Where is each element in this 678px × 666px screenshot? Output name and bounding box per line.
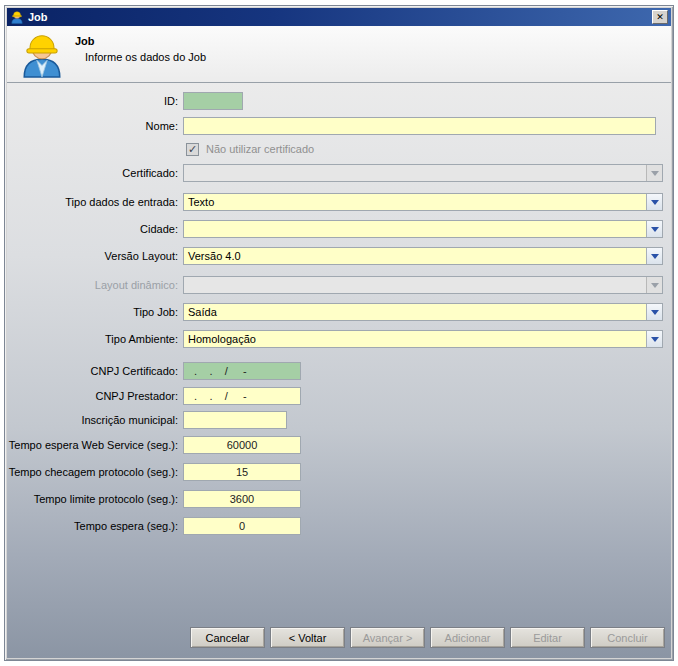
tempo-espera-input[interactable] xyxy=(183,517,301,535)
header-title: Job xyxy=(75,35,95,47)
layout-dinamico-combobox xyxy=(183,276,663,294)
field-cnpj-prestador: CNPJ Prestador: xyxy=(7,387,671,405)
tipo-dados-entrada-value: Texto xyxy=(184,194,646,210)
form-panel: ID: Nome: ✓ Não utilizar certificado Cer… xyxy=(7,83,671,658)
tipo-job-value: Saída xyxy=(184,304,646,320)
editar-button: Editar xyxy=(510,627,585,648)
tempo-limite-protocolo-input[interactable] xyxy=(183,490,301,508)
close-icon: ✕ xyxy=(656,12,664,22)
cnpj-certificado-label: CNPJ Certificado: xyxy=(7,362,178,380)
field-inscricao-municipal: Inscrição municipal: xyxy=(7,411,671,429)
window-title: Job xyxy=(28,11,652,23)
tempo-espera-web-service-input[interactable] xyxy=(183,436,301,454)
nao-utilizar-certificado-label: Não utilizar certificado xyxy=(206,142,314,157)
inscricao-municipal-label: Inscrição municipal: xyxy=(7,411,178,429)
certificado-combobox xyxy=(183,164,663,182)
page: Job ✕ Job Informe os dados do Job ID: xyxy=(0,0,678,666)
field-nome: Nome: xyxy=(7,117,671,135)
layout-dinamico-label: Layout dinâmico: xyxy=(7,276,178,294)
avancar-button: Avançar > xyxy=(350,627,425,648)
cidade-value xyxy=(184,221,646,237)
cancelar-button[interactable]: Cancelar xyxy=(190,627,265,648)
tempo-limite-protocolo-label: Tempo limite protocolo (seg.): xyxy=(7,490,178,508)
button-bar: Cancelar < Voltar Avançar > Adicionar Ed… xyxy=(190,627,665,648)
nome-label: Nome: xyxy=(7,117,178,135)
field-tempo-checagem-protocolo: Tempo checagem protocolo (seg.): xyxy=(7,463,671,481)
inscricao-municipal-input[interactable] xyxy=(183,411,287,429)
tipo-ambiente-combobox[interactable]: Homologação xyxy=(183,330,663,348)
header: Job Informe os dados do Job xyxy=(7,26,671,83)
check-icon: ✓ xyxy=(188,144,197,155)
voltar-button[interactable]: < Voltar xyxy=(270,627,345,648)
cidade-label: Cidade: xyxy=(7,220,178,238)
cnpj-prestador-label: CNPJ Prestador: xyxy=(7,387,178,405)
field-tipo-job: Tipo Job: Saída xyxy=(7,303,671,321)
versao-layout-value: Versão 4.0 xyxy=(184,248,646,264)
field-cnpj-certificado: CNPJ Certificado: xyxy=(7,362,671,380)
field-certificado: Certificado: xyxy=(7,164,671,182)
tempo-espera-web-service-label: Tempo espera Web Service (seg.): xyxy=(7,436,178,454)
field-versao-layout: Versão Layout: Versão 4.0 xyxy=(7,247,671,265)
tempo-checagem-protocolo-input[interactable] xyxy=(183,463,301,481)
chevron-down-icon[interactable] xyxy=(646,331,662,347)
chevron-down-icon[interactable] xyxy=(646,221,662,237)
concluir-button: Concluir xyxy=(590,627,665,648)
versao-layout-label: Versão Layout: xyxy=(7,247,178,265)
chevron-down-icon[interactable] xyxy=(646,248,662,264)
titlebar[interactable]: Job ✕ xyxy=(7,8,671,26)
tempo-checagem-protocolo-label: Tempo checagem protocolo (seg.): xyxy=(7,463,178,481)
tempo-espera-label: Tempo espera (seg.): xyxy=(7,517,178,535)
field-id: ID: xyxy=(7,92,671,110)
cnpj-prestador-input[interactable] xyxy=(183,387,301,405)
tipo-ambiente-value: Homologação xyxy=(184,331,646,347)
chevron-down-icon[interactable] xyxy=(646,304,662,320)
tipo-dados-entrada-label: Tipo dados de entrada: xyxy=(7,193,178,211)
job-dialog: Job ✕ Job Informe os dados do Job ID: xyxy=(4,5,674,661)
nao-utilizar-certificado-checkbox: ✓ xyxy=(186,143,199,156)
id-label: ID: xyxy=(7,92,178,110)
chevron-down-icon xyxy=(646,165,662,181)
field-tempo-espera: Tempo espera (seg.): xyxy=(7,517,671,535)
cidade-combobox[interactable] xyxy=(183,220,663,238)
nome-input[interactable] xyxy=(183,117,656,135)
tipo-ambiente-label: Tipo Ambiente: xyxy=(7,330,178,348)
layout-dinamico-value xyxy=(184,277,646,293)
id-input xyxy=(183,92,243,110)
field-layout-dinamico: Layout dinâmico: xyxy=(7,276,671,294)
field-tempo-limite-protocolo: Tempo limite protocolo (seg.): xyxy=(7,490,671,508)
worker-icon xyxy=(18,30,66,78)
field-nao-utilizar-certificado: ✓ Não utilizar certificado xyxy=(7,142,671,160)
field-cidade: Cidade: xyxy=(7,220,671,238)
field-tipo-ambiente: Tipo Ambiente: Homologação xyxy=(7,330,671,348)
cnpj-certificado-input xyxy=(183,362,301,380)
header-subtitle: Informe os dados do Job xyxy=(85,51,206,63)
chevron-down-icon[interactable] xyxy=(646,194,662,210)
field-tempo-espera-web-service: Tempo espera Web Service (seg.): xyxy=(7,436,671,454)
certificado-label: Certificado: xyxy=(7,164,178,182)
certificado-value xyxy=(184,165,646,181)
field-tipo-dados-entrada: Tipo dados de entrada: Texto xyxy=(7,193,671,211)
tipo-job-label: Tipo Job: xyxy=(7,303,178,321)
tipo-dados-entrada-combobox[interactable]: Texto xyxy=(183,193,663,211)
chevron-down-icon xyxy=(646,277,662,293)
versao-layout-combobox[interactable]: Versão 4.0 xyxy=(183,247,663,265)
window-icon xyxy=(10,10,24,24)
adicionar-button: Adicionar xyxy=(430,627,505,648)
tipo-job-combobox[interactable]: Saída xyxy=(183,303,663,321)
close-button[interactable]: ✕ xyxy=(652,10,668,24)
